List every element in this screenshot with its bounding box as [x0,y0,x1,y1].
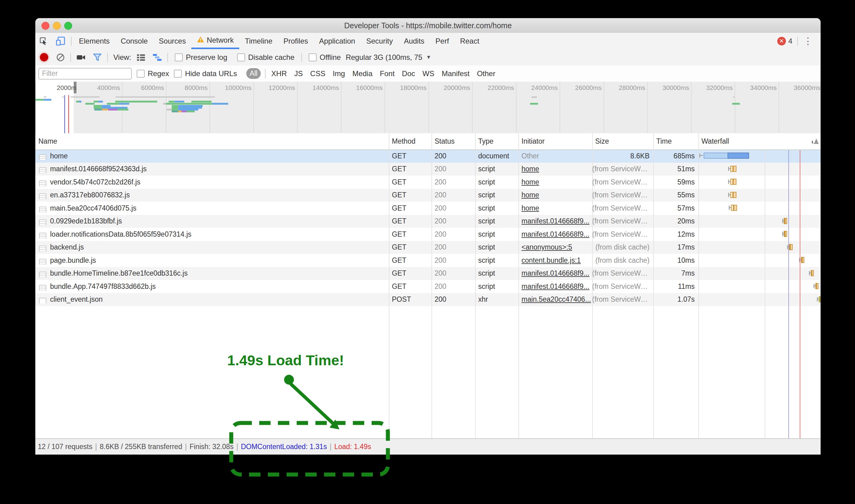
table-row[interactable]: en.a37317eb80076832.jsGET200scripthome(f… [35,189,821,202]
disable-cache-checkbox[interactable]: Disable cache [237,53,295,62]
overview-activity-bar [167,109,172,110]
tab-network[interactable]: Network [191,33,239,49]
tab-profiles[interactable]: Profiles [278,33,314,49]
waterfall-bar [790,244,793,250]
offline-checkbox[interactable]: Offline [309,53,341,62]
filter-type-img[interactable]: Img [333,69,345,78]
tab-perf[interactable]: Perf [430,33,455,49]
inspect-element-icon[interactable] [35,33,52,49]
filter-type-all[interactable]: All [246,68,261,79]
waterfall-bar [734,205,737,211]
request-size: (from ServiceWo... [592,165,653,173]
column-header-type[interactable]: Type [475,133,519,149]
column-header-name[interactable]: Name [35,133,389,149]
request-type: script [475,269,519,277]
table-row[interactable]: vendor.54b74c072cb2d26f.jsGET200scriptho… [35,176,821,189]
waterfall-bar [703,152,728,159]
tab-react[interactable]: React [455,33,485,49]
table-row[interactable]: bundle.HomeTimeline.b87ee1fce0db316c.jsG… [35,267,821,280]
tab-bar: ElementsConsoleSourcesNetworkTimelinePro… [35,33,821,50]
waterfall-view-icon[interactable] [149,53,165,61]
tab-label: Security [366,37,393,46]
tab-elements[interactable]: Elements [73,33,115,49]
tab-application[interactable]: Application [314,33,361,49]
filter-type-xhr[interactable]: XHR [271,69,287,78]
tab-console[interactable]: Console [115,33,153,49]
filter-type-js[interactable]: JS [294,69,303,78]
filter-funnel-icon[interactable] [89,53,105,61]
file-icon [39,246,46,251]
request-size: (from ServiceWo... [592,269,653,277]
timeline-overview[interactable]: 2000m4000ms6000ms8000ms10000ms12000ms140… [35,82,821,134]
preserve-log-checkbox[interactable]: Preserve log [175,53,227,62]
filter-input[interactable] [38,68,132,79]
regex-label: Regex [148,69,169,78]
table-row[interactable]: bundle.App.747497f8833d662b.jsGET200scri… [35,280,821,293]
table-row[interactable]: client_event.jsonPOST200xhrmain.5ea20cc4… [35,293,821,306]
screenshot-camera-icon[interactable] [73,53,89,61]
filter-type-media[interactable]: Media [352,69,372,78]
column-header-status[interactable]: Status [432,133,475,149]
tab-security[interactable]: Security [361,33,398,49]
table-row[interactable]: 0.0929ede1b183bfbf.jsGET200scriptmanifes… [35,215,821,228]
request-initiator[interactable]: <anonymous>:5 [519,243,592,251]
column-divider [432,133,432,438]
request-initiator[interactable]: main.5ea20cc47406... [519,295,592,304]
tab-timeline[interactable]: Timeline [239,33,278,49]
column-header-waterfall[interactable]: Waterfall [698,133,821,149]
record-button[interactable] [40,53,48,61]
filter-type-other[interactable]: Other [477,69,495,78]
request-name: bundle.HomeTimeline.b87ee1fce0db316c.js [35,269,389,277]
column-header-method[interactable]: Method [389,133,432,149]
request-name-text: vendor.54b74c072cb2d26f.js [50,178,140,186]
hide-data-urls-checkbox[interactable]: Hide data URLs [174,69,237,78]
overview-ruler-label: 6000ms [141,84,164,91]
column-header-initiator[interactable]: Initiator [519,133,592,149]
overview-activity-bar [43,99,51,101]
clear-button[interactable] [53,53,69,62]
more-options-icon[interactable]: ⋮ [800,36,816,46]
request-method: GET [389,282,432,291]
request-initiator[interactable]: home [519,178,592,186]
column-divider [389,133,389,438]
table-row[interactable]: backend.jsGET200script<anonymous>:5(from… [35,241,821,254]
column-divider [592,133,593,438]
waterfall-sort-icon[interactable] [808,136,819,146]
throttling-select[interactable]: Regular 3G (100ms, 75 ▼ [346,53,431,62]
filter-type-font[interactable]: Font [380,69,395,78]
request-status: 200 [432,243,475,251]
regex-checkbox[interactable]: Regex [137,69,169,78]
overview-ruler-label: 10000ms [225,84,251,91]
request-initiator[interactable]: home [519,191,592,199]
table-row[interactable]: page.bundle.jsGET200scriptcontent.bundle… [35,254,821,267]
tab-label: Sources [159,37,186,46]
network-toolbar: View: Preserve log Disable cache Offline… [35,49,821,66]
request-initiator[interactable]: content.bundle.js:1 [519,256,592,265]
request-size: (from ServiceWo... [592,282,653,291]
list-view-icon[interactable] [133,54,149,61]
request-name-text: main.5ea20cc47406d075.js [50,204,136,212]
table-row[interactable]: manifest.0146668f9524363d.jsGET200script… [35,163,821,176]
request-initiator[interactable]: home [519,204,592,212]
filter-type-ws[interactable]: WS [423,69,435,78]
column-header-size[interactable]: Size [592,133,653,149]
filter-type-doc[interactable]: Doc [402,69,415,78]
filter-type-css[interactable]: CSS [310,69,325,78]
request-initiator[interactable]: manifest.0146668f9... [519,230,592,238]
request-initiator[interactable]: manifest.0146668f9... [519,269,592,277]
request-initiator[interactable]: manifest.0146668f9... [519,282,592,291]
error-badge-icon[interactable]: ✕ [777,37,786,46]
overview-activity-bar [35,99,43,101]
device-toolbar-icon[interactable] [52,33,69,49]
tabbar-right-controls: ✕ 4 ⋮ [777,33,821,49]
request-initiator[interactable]: home [519,165,592,173]
table-row[interactable]: loader.notificationsData.8b5f065f59e0731… [35,228,821,241]
tab-sources[interactable]: Sources [153,33,191,49]
tab-label: Timeline [245,37,273,46]
table-row[interactable]: homeGET200documentOther8.6KB685ms [35,149,821,163]
column-header-time[interactable]: Time [653,133,698,149]
table-row[interactable]: main.5ea20cc47406d075.jsGET200scripthome… [35,202,821,215]
request-initiator[interactable]: manifest.0146668f9... [519,217,592,225]
filter-type-manifest[interactable]: Manifest [442,69,470,78]
tab-audits[interactable]: Audits [398,33,430,49]
